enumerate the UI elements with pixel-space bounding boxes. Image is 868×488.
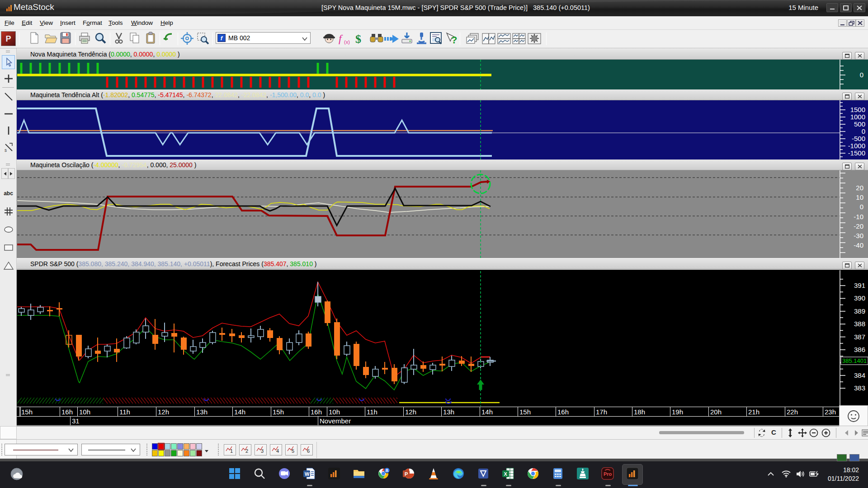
- svg-text:385.1401: 385.1401: [842, 357, 867, 364]
- svg-text:15h: 15h: [273, 408, 284, 416]
- svg-text:386: 386: [854, 346, 865, 353]
- svg-text:389: 389: [854, 307, 865, 315]
- svg-text:-500: -500: [852, 135, 865, 142]
- svg-text:31: 31: [72, 417, 80, 425]
- svg-text:18h: 18h: [634, 408, 645, 416]
- svg-text:13h: 13h: [443, 408, 454, 416]
- svg-text:384: 384: [854, 371, 865, 379]
- svg-text:?: ?: [451, 34, 457, 46]
- svg-text:15h: 15h: [21, 408, 33, 416]
- svg-text:10h: 10h: [329, 408, 340, 416]
- svg-text:0: 0: [860, 203, 863, 211]
- svg-text:s: s: [5, 148, 7, 152]
- svg-text:P: P: [405, 471, 408, 477]
- svg-text:390: 390: [854, 294, 865, 302]
- svg-text:$: $: [355, 33, 361, 46]
- svg-text:19h: 19h: [672, 408, 683, 416]
- svg-text:12h: 12h: [405, 408, 416, 416]
- svg-text:12h: 12h: [158, 408, 169, 416]
- svg-text:-20: -20: [854, 222, 863, 230]
- svg-text:16h: 16h: [61, 408, 73, 416]
- svg-text:14h: 14h: [481, 408, 493, 416]
- svg-text:6: 6: [307, 448, 310, 454]
- svg-text:0: 0: [862, 127, 865, 135]
- svg-text:5: 5: [292, 448, 294, 454]
- svg-text:387: 387: [854, 333, 865, 341]
- svg-text:21h: 21h: [748, 408, 760, 416]
- svg-text:X: X: [504, 471, 508, 477]
- svg-text:1: 1: [230, 448, 233, 454]
- svg-text:16h: 16h: [557, 408, 569, 416]
- svg-text:16h: 16h: [311, 408, 322, 416]
- svg-text:-30: -30: [854, 232, 863, 239]
- svg-text:22h: 22h: [787, 408, 798, 416]
- svg-text:388: 388: [854, 320, 865, 328]
- svg-text:13h: 13h: [196, 408, 208, 416]
- svg-text:f: f: [339, 33, 343, 44]
- svg-text:-1500: -1500: [848, 149, 865, 157]
- svg-text:-10: -10: [854, 213, 863, 221]
- svg-text:W: W: [305, 471, 310, 477]
- svg-text:1000: 1000: [850, 113, 865, 121]
- svg-text:17h: 17h: [596, 408, 607, 416]
- svg-text:3: 3: [261, 448, 264, 454]
- svg-text:11h: 11h: [119, 408, 130, 416]
- svg-text:23h: 23h: [825, 408, 836, 416]
- svg-text:10h: 10h: [79, 408, 90, 416]
- svg-text:14h: 14h: [234, 408, 245, 416]
- svg-text:4: 4: [276, 448, 279, 454]
- svg-text:391: 391: [854, 282, 865, 289]
- svg-text:383: 383: [854, 384, 865, 392]
- svg-text:-40: -40: [854, 241, 863, 249]
- svg-text:20: 20: [856, 184, 863, 192]
- svg-text:Pro: Pro: [604, 471, 612, 477]
- svg-text:20h: 20h: [710, 408, 722, 416]
- svg-text:11h: 11h: [367, 408, 377, 416]
- svg-text:1500: 1500: [850, 106, 865, 113]
- svg-text:10: 10: [856, 193, 863, 201]
- svg-text:November: November: [320, 417, 351, 425]
- svg-text:-1000: -1000: [848, 142, 865, 150]
- svg-text:(x): (x): [344, 39, 350, 45]
- svg-text:2: 2: [245, 448, 248, 454]
- svg-text:0: 0: [860, 71, 863, 79]
- svg-text:500: 500: [854, 120, 865, 128]
- svg-text:15h: 15h: [519, 408, 531, 416]
